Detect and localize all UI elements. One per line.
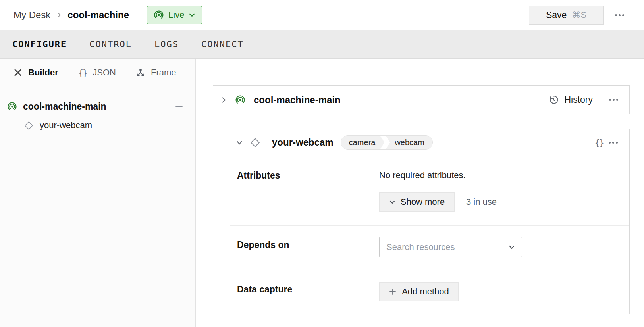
collapse-chevron-icon[interactable] [235,139,244,146]
add-method-label: Add method [402,287,449,297]
sidebar: Builder {} JSON Frame [0,59,196,327]
depends-on-label: Depends on [230,226,379,270]
component-menu-button[interactable] [608,139,619,146]
tree-item-label: cool-machine-main [23,101,106,112]
tab-connect[interactable]: CONNECT [201,39,244,49]
view-tab-label: JSON [93,67,116,78]
machine-icon [7,102,17,112]
diamond-icon [250,137,260,148]
top-bar: My Desk cool-machine Live Save ⌘S [0,0,644,30]
tree-item-label: your-webcam [40,120,92,131]
machine-live-icon [154,10,164,20]
depends-on-section: Depends on [230,226,629,270]
chevron-right-icon [56,11,62,19]
tree-item-machine-part[interactable]: cool-machine-main [0,97,195,116]
diamond-icon [24,121,34,131]
live-status-label: Live [168,10,184,20]
resource-tree: cool-machine-main your-webcam [0,87,195,135]
attributes-label: Attributes [230,156,379,225]
tab-control[interactable]: CONTROL [89,39,132,49]
component-card: your-webcam camera webcam {} Attributes … [230,129,630,314]
edit-json-button[interactable]: {} [595,138,604,148]
chevron-down-icon [508,245,515,250]
view-tab-frame[interactable]: Frame [136,67,176,78]
view-tab-label: Frame [151,67,176,78]
machine-icon [235,95,245,105]
component-card-header: your-webcam camera webcam {} [230,129,629,156]
subtype-tag: webcam [386,136,432,149]
breadcrumb-current: cool-machine [67,10,129,21]
history-label: History [564,94,593,105]
config-main-panel: cool-machine-main History [196,59,644,327]
attributes-empty-text: No required attributes. [379,170,497,181]
builder-icon [13,68,23,77]
add-resource-button[interactable] [174,102,184,111]
view-tab-json[interactable]: {} JSON [78,67,116,78]
tree-item-component[interactable]: your-webcam [0,116,195,135]
chevron-down-icon [389,200,395,204]
frame-icon [136,68,145,77]
attributes-section: Attributes No required attributes. Show … [230,156,629,226]
tab-logs[interactable]: LOGS [154,39,179,49]
type-tag: camera [341,136,385,149]
machine-part-card: cool-machine-main History [213,85,630,114]
save-shortcut-hint: ⌘S [572,10,586,20]
data-capture-label: Data capture [230,270,379,315]
view-tab-builder[interactable]: Builder [13,67,58,78]
add-method-button[interactable]: Add method [379,282,459,301]
plus-icon [389,288,397,296]
breadcrumb-parent-link[interactable]: My Desk [13,10,50,21]
chevron-down-icon [189,13,195,17]
expand-chevron-icon[interactable] [220,96,228,104]
depends-on-select[interactable] [379,237,522,257]
tree-connector-line [213,114,213,314]
history-button[interactable]: History [548,94,593,105]
workspace: Builder {} JSON Frame [0,59,644,327]
machine-part-title: cool-machine-main [254,94,341,106]
sidebar-view-tabs: Builder {} JSON Frame [0,59,195,87]
breadcrumb: My Desk cool-machine [13,10,129,21]
history-icon [548,94,559,105]
save-button[interactable]: Save ⌘S [529,6,604,25]
search-resources-input[interactable] [386,242,505,252]
braces-icon: {} [78,68,87,78]
show-more-label: Show more [401,197,445,207]
live-status-badge[interactable]: Live [147,6,202,24]
view-tab-label: Builder [28,67,58,78]
attributes-in-use-count: 3 in use [466,197,497,207]
machine-tab-bar: CONFIGURE CONTROL LOGS CONNECT [0,30,644,59]
data-capture-section: Data capture Add method [230,270,629,315]
braces-icon: {} [595,138,604,148]
machine-part-menu-button[interactable] [608,96,619,103]
tab-configure[interactable]: CONFIGURE [12,39,67,49]
component-title: your-webcam [272,137,334,148]
more-menu-button[interactable] [614,12,625,19]
show-more-button[interactable]: Show more [379,192,455,212]
save-button-label: Save [546,10,567,21]
component-type-tags: camera webcam [341,135,433,150]
